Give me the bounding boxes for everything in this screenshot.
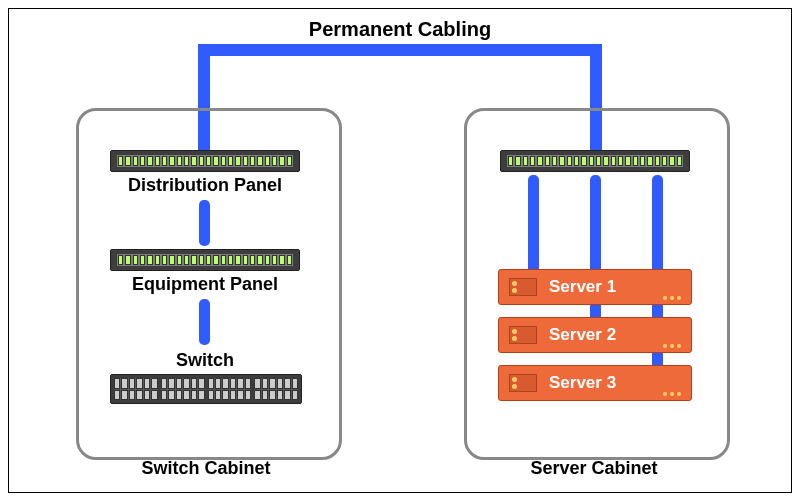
server-2: Server 2 [498, 317, 692, 353]
equipment-panel [110, 249, 300, 271]
switch-port-block [208, 378, 252, 400]
equipment-panel-label: Equipment Panel [110, 274, 300, 295]
switch [110, 374, 302, 404]
server-leds-icon [509, 374, 537, 392]
server-indicator-icon [663, 366, 681, 400]
server-patch-panel [500, 150, 690, 172]
server-label: Server 3 [549, 373, 616, 393]
cable-segment [199, 299, 210, 345]
switch-port-block [254, 378, 298, 400]
diagram-title: Permanent Cabling [0, 18, 800, 41]
port-strip [117, 155, 293, 167]
server-leds-icon [509, 326, 537, 344]
port-strip [117, 254, 293, 266]
cable-segment [199, 200, 210, 246]
switch-cabinet-caption: Switch Cabinet [76, 458, 336, 479]
port-strip [507, 155, 683, 167]
server-indicator-icon [663, 318, 681, 352]
distribution-panel-label: Distribution Panel [110, 175, 300, 196]
server-label: Server 1 [549, 277, 616, 297]
server-3: Server 3 [498, 365, 692, 401]
switch-port-block [114, 378, 158, 400]
switch-port-block [161, 378, 205, 400]
cable-segment [198, 44, 602, 56]
cable-segment [528, 175, 539, 275]
server-indicator-icon [663, 270, 681, 304]
server-1: Server 1 [498, 269, 692, 305]
switch-label: Switch [110, 350, 300, 371]
server-leds-icon [509, 278, 537, 296]
distribution-panel [110, 150, 300, 172]
server-cabinet-caption: Server Cabinet [464, 458, 724, 479]
server-label: Server 2 [549, 325, 616, 345]
